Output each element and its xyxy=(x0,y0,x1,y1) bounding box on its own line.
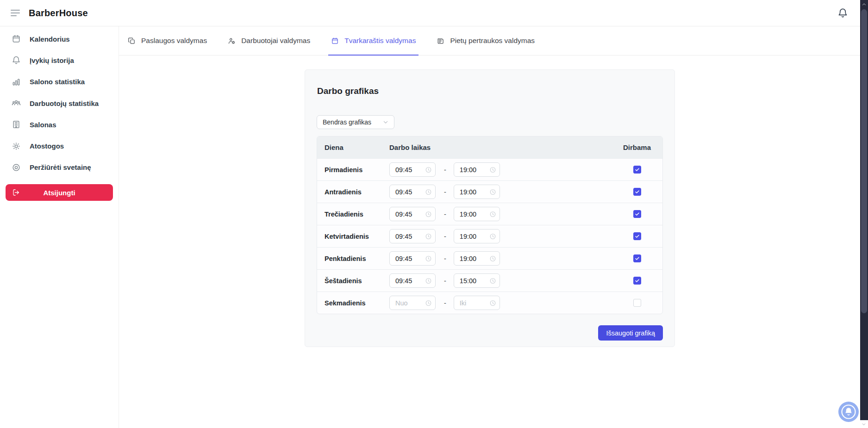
sidebar-item-building[interactable]: Salonas xyxy=(0,114,119,135)
sidebar-item-people[interactable]: Darbuotojų statistika xyxy=(0,93,119,114)
working-hours-cell: - xyxy=(389,185,612,199)
building-icon xyxy=(12,120,21,129)
sidebar-item-bar-chart[interactable]: Salono statistika xyxy=(0,71,119,93)
check-icon xyxy=(635,167,640,172)
tab-schedule[interactable]: Tvarkaraštis valdymas xyxy=(330,26,417,55)
tab-services[interactable]: Paslaugos valdymas xyxy=(127,26,208,55)
time-to-input[interactable] xyxy=(454,207,500,221)
check-icon xyxy=(635,189,640,194)
time-to-input[interactable] xyxy=(454,251,500,266)
sidebar-item-eye[interactable]: Peržiūrėti svetainę xyxy=(0,157,119,178)
hamburger-icon xyxy=(11,12,20,13)
notifications-bell-button[interactable] xyxy=(837,8,848,19)
chevron-down-icon xyxy=(382,118,389,126)
tab-employees[interactable]: Darbuotojai valdymas xyxy=(227,26,311,55)
sidebar-item-label: Kalendorius xyxy=(30,35,70,43)
column-header-working: Dirbama xyxy=(612,143,662,151)
eye-icon xyxy=(12,163,21,172)
scroll-up-arrow-icon[interactable] xyxy=(861,1,867,7)
time-from-input[interactable] xyxy=(389,273,436,288)
working-cell xyxy=(612,299,662,307)
sidebar-item-label: Atostogos xyxy=(30,142,64,150)
working-checkbox[interactable] xyxy=(633,210,641,218)
sidebar-item-label: Peržiūrėti svetainę xyxy=(30,163,91,171)
working-hours-cell: - xyxy=(389,229,612,243)
table-row: Šeštadienis - xyxy=(317,269,662,292)
tab-lunch[interactable]: Pietų pertraukos valdymas xyxy=(436,26,536,55)
tab-label: Paslaugos valdymas xyxy=(141,37,207,45)
scrollbar-thumb[interactable] xyxy=(861,9,867,313)
save-schedule-button[interactable]: Išsaugoti grafiką xyxy=(598,325,663,341)
working-hours-cell: - xyxy=(389,251,612,266)
day-label: Pirmadienis xyxy=(317,166,389,174)
scroll-down-arrow[interactable] xyxy=(860,420,868,428)
select-value: Bendras grafikas xyxy=(323,118,371,126)
time-to-input[interactable] xyxy=(454,185,500,199)
top-header: BarberHouse xyxy=(0,0,860,26)
sidebar-item-calendar[interactable]: Kalendorius xyxy=(0,28,119,50)
time-from-input[interactable] xyxy=(389,162,436,177)
bell-circle-icon xyxy=(838,402,859,422)
time-from-input[interactable] xyxy=(389,207,436,221)
check-icon xyxy=(635,278,640,283)
working-cell xyxy=(612,277,662,285)
day-label: Ketvirtadienis xyxy=(317,233,389,240)
sidebar-item-label: Salono statistika xyxy=(30,78,85,86)
working-cell xyxy=(612,166,662,174)
check-icon xyxy=(635,211,640,217)
day-label: Trečiadienis xyxy=(317,211,389,218)
card-title: Darbo grafikas xyxy=(317,86,663,96)
sidebar-item-label: Įvykių istorija xyxy=(30,56,74,64)
menu-toggle-button[interactable] xyxy=(11,9,21,17)
time-from-input[interactable] xyxy=(389,185,436,199)
time-from-input[interactable] xyxy=(389,251,436,266)
working-hours-cell: - xyxy=(389,273,612,288)
services-icon xyxy=(128,37,136,45)
table-body: Pirmadienis - Antradienis - xyxy=(317,158,662,314)
tab-label: Pietų pertraukos valdymas xyxy=(450,37,535,45)
day-label: Šeštadienis xyxy=(317,277,389,285)
schedule-icon xyxy=(331,37,339,45)
calendar-icon xyxy=(12,34,21,43)
card-actions: Išsaugoti grafiką xyxy=(317,325,663,341)
working-hours-cell: - xyxy=(389,296,612,310)
app-title: BarberHouse xyxy=(29,8,88,19)
day-label: Penktadienis xyxy=(317,255,389,262)
time-to-input[interactable] xyxy=(454,229,500,243)
bar-chart-icon xyxy=(12,77,21,87)
working-checkbox[interactable] xyxy=(633,232,641,240)
schedule-type-select[interactable]: Bendras grafikas xyxy=(317,115,394,129)
working-cell xyxy=(612,254,662,262)
scrollbar-track[interactable] xyxy=(860,0,868,420)
logout-button[interactable]: Atsijungti xyxy=(6,184,113,201)
people-icon xyxy=(12,99,21,108)
time-to-input[interactable] xyxy=(454,162,500,177)
table-row: Pirmadienis - xyxy=(317,158,662,180)
table-row: Trečiadienis - xyxy=(317,203,662,225)
time-separator: - xyxy=(444,166,446,174)
working-hours-cell: - xyxy=(389,207,612,221)
time-from-input[interactable] xyxy=(389,296,436,310)
tab-bar: Paslaugos valdymas Darbuotojai valdymas … xyxy=(119,26,860,56)
working-checkbox[interactable] xyxy=(633,299,641,307)
day-label: Sekmadienis xyxy=(317,299,389,307)
column-header-day: Diena xyxy=(317,143,389,151)
working-checkbox[interactable] xyxy=(633,277,641,285)
check-icon xyxy=(635,234,640,239)
working-checkbox[interactable] xyxy=(633,166,641,174)
main-content: Paslaugos valdymas Darbuotojai valdymas … xyxy=(119,26,860,428)
time-from-input[interactable] xyxy=(389,229,436,243)
working-checkbox[interactable] xyxy=(633,254,641,262)
column-header-hours: Darbo laikas xyxy=(389,143,612,151)
sidebar-item-bell[interactable]: Įvykių istorija xyxy=(0,50,119,71)
time-to-input[interactable] xyxy=(454,296,500,310)
working-checkbox[interactable] xyxy=(633,188,641,196)
time-separator: - xyxy=(444,255,446,262)
time-to-input[interactable] xyxy=(454,273,500,288)
time-separator: - xyxy=(444,277,446,285)
day-label: Antradienis xyxy=(317,188,389,196)
floating-notifications-button[interactable] xyxy=(838,402,859,422)
sidebar-item-sun[interactable]: Atostogos xyxy=(0,135,119,156)
working-cell xyxy=(612,210,662,218)
hamburger-icon xyxy=(11,10,20,11)
